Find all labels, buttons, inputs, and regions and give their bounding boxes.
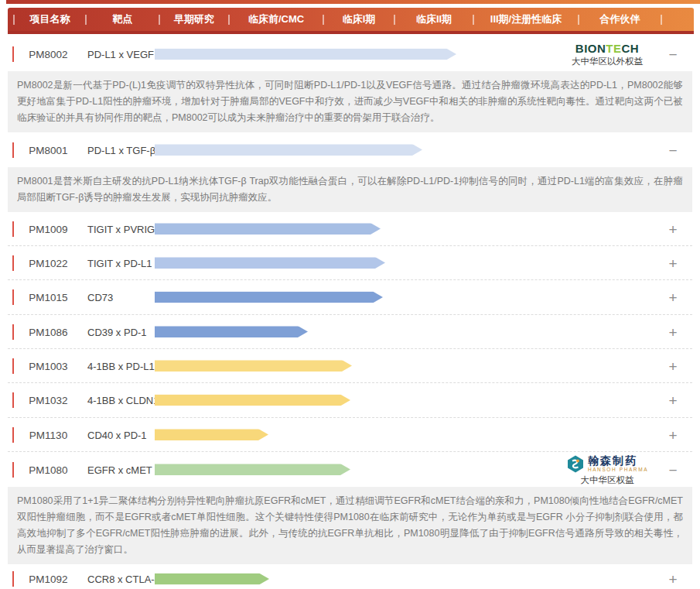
target-label: CD39 x PD-1 bbox=[87, 326, 165, 337]
project-name: PM8002 bbox=[13, 49, 84, 60]
project-name: PM1009 bbox=[13, 223, 84, 235]
stage-arrow bbox=[155, 223, 381, 235]
header-divider bbox=[661, 15, 662, 25]
hansoh-hexagon-icon bbox=[566, 454, 585, 473]
project-name: PM1130 bbox=[13, 429, 84, 440]
project-name: PM8001 bbox=[13, 144, 84, 156]
hansoh-name-en: HANSOH PHARMA bbox=[588, 467, 648, 473]
pipeline-row-pm1086: PM1086 CD39 x PD-1 + bbox=[8, 315, 692, 349]
pipeline-row-pm8002: PM8002 PD-L1 x VEGF BIONTECH 大中华区以外权益 − bbox=[8, 37, 692, 71]
expand-toggle[interactable]: + bbox=[664, 255, 681, 270]
pipeline-row-pm1015: PM1015 CD73 + bbox=[8, 280, 692, 315]
stage-arrow bbox=[155, 574, 269, 585]
stage-arrow bbox=[155, 429, 268, 440]
expand-toggle[interactable]: + bbox=[664, 572, 681, 587]
stage-arrow bbox=[155, 144, 422, 156]
stage-arrow bbox=[155, 326, 308, 337]
target-label: TIGIT x PVRIG bbox=[87, 223, 165, 235]
expand-toggle[interactable]: + bbox=[664, 427, 681, 442]
top-accent-strip bbox=[6, 0, 700, 4]
biontech-wordmark: BIONTECH bbox=[549, 43, 665, 55]
pipeline-table: PM8002 PD-L1 x VEGF BIONTECH 大中华区以外权益 − … bbox=[0, 37, 700, 589]
pipeline-row-pm1092: PM1092 CCR8 x CTLA-4 + bbox=[8, 564, 692, 589]
biontech-wordmark-part: TE bbox=[606, 42, 621, 55]
project-description: PM8002是新一代基于PD-(L)1免疫调节的双特异性抗体，可同时阻断PD-L… bbox=[8, 71, 692, 132]
pipeline-row-pm1032: PM1032 4-1BB x CLDN18.2 + bbox=[8, 383, 692, 418]
expand-toggle[interactable]: + bbox=[664, 221, 681, 236]
pipeline-row-pm1003: PM1003 4-1BB x PD-L1 + bbox=[8, 349, 692, 383]
pipeline-row-pm1022: PM1022 TIGIT x PD-L1 + bbox=[8, 246, 692, 280]
collapse-toggle[interactable]: − bbox=[664, 462, 681, 477]
target-label: CD73 bbox=[87, 292, 165, 303]
stage-arrow bbox=[155, 257, 385, 269]
header-col-phase1: 临床I期 bbox=[324, 12, 394, 26]
project-description: PM8001是普米斯自主研发的抗PD-L1纳米抗体TGF-β Trap双功能性融… bbox=[8, 167, 692, 212]
expand-toggle[interactable]: + bbox=[664, 358, 681, 373]
biontech-wordmark-part: CH bbox=[622, 42, 640, 55]
header-col-target: 靶点 bbox=[87, 12, 159, 26]
partner-logo-hansoh: 翰森制药 HANSOH PHARMA 大中华区权益 bbox=[549, 454, 665, 485]
partner-rights-note: 大中华区权益 bbox=[549, 474, 665, 485]
header-col-early-research: 早期研究 bbox=[160, 12, 228, 26]
project-name: PM1022 bbox=[13, 257, 84, 269]
project-name: PM1032 bbox=[13, 395, 84, 406]
target-label: TIGIT x PD-L1 bbox=[87, 257, 165, 269]
target-label: 4-1BB x CLDN18.2 bbox=[87, 395, 165, 406]
hansoh-name-cn: 翰森制药 bbox=[588, 455, 637, 467]
header-col-phase2: 临床II期 bbox=[395, 12, 473, 26]
partner-logo-biontech: BIONTECH 大中华区以外权益 bbox=[549, 43, 665, 67]
pipeline-row-pm1130: PM1130 CD40 x PD-1 + bbox=[8, 418, 692, 452]
partner-rights-note: 大中华区以外权益 bbox=[549, 57, 665, 67]
collapse-toggle[interactable]: − bbox=[664, 47, 681, 62]
header-col-partners: 合作伙伴 bbox=[579, 12, 661, 26]
header-col-project: 项目名称 bbox=[15, 12, 85, 26]
pipeline-row-pm1009: PM1009 TIGIT x PVRIG + bbox=[8, 212, 692, 246]
stage-arrow bbox=[155, 395, 350, 406]
target-label: CD40 x PD-1 bbox=[87, 429, 165, 440]
project-name: PM1015 bbox=[13, 292, 84, 303]
expand-toggle[interactable]: + bbox=[664, 393, 681, 408]
project-name: PM1080 bbox=[13, 464, 84, 475]
stage-arrow bbox=[155, 49, 456, 60]
header-col-phase3-registration: III期/注册性临床 bbox=[474, 12, 578, 26]
target-label: 4-1BB x PD-L1 bbox=[87, 360, 165, 372]
target-label: EGFR x cMET bbox=[87, 464, 165, 475]
expand-toggle[interactable]: + bbox=[664, 324, 681, 339]
collapse-toggle[interactable]: − bbox=[664, 142, 681, 157]
stage-arrow bbox=[155, 464, 350, 475]
expand-toggle[interactable]: + bbox=[664, 290, 681, 305]
target-label: PD-L1 x VEGF bbox=[87, 49, 165, 60]
header-col-preclinical-cmc: 临床前/CMC bbox=[230, 12, 323, 26]
project-name: PM1086 bbox=[13, 326, 84, 337]
project-name: PM1092 bbox=[13, 574, 84, 585]
project-description: PM1080采用了1+1异二聚体结构分别特异性靶向肿瘤抗原EGFR和cMET，通… bbox=[8, 487, 692, 564]
pipeline-header: 项目名称 靶点 早期研究 临床前/CMC 临床I期 临床II期 III期/注册性… bbox=[8, 8, 694, 34]
pipeline-row-pm8001: PM8001 PD-L1 x TGF-β − bbox=[8, 132, 692, 167]
stage-arrow bbox=[155, 360, 352, 372]
stage-arrow bbox=[155, 292, 383, 303]
project-name: PM1003 bbox=[13, 360, 84, 372]
target-label: PD-L1 x TGF-β bbox=[87, 144, 165, 156]
pipeline-row-pm1080: PM1080 EGFR x cMET 翰森制药 HANSOH PHARMA 大中… bbox=[8, 452, 692, 487]
target-label: CCR8 x CTLA-4 bbox=[87, 574, 165, 585]
biontech-wordmark-part: BION bbox=[575, 42, 606, 55]
